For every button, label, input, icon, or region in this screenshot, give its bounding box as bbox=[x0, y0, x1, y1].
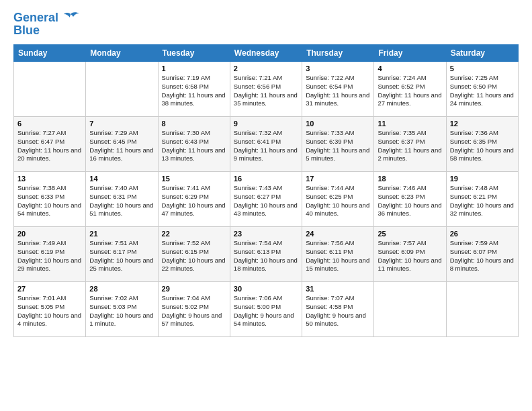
col-monday: Monday bbox=[86, 45, 158, 62]
col-thursday: Thursday bbox=[302, 45, 374, 62]
day-info: Sunrise: 7:46 AMSunset: 6:23 PMDaylight:… bbox=[378, 184, 442, 218]
calendar-week-row: 13Sunrise: 7:38 AMSunset: 6:33 PMDayligh… bbox=[14, 172, 519, 227]
calendar-cell: 19Sunrise: 7:48 AMSunset: 6:21 PMDayligh… bbox=[446, 172, 518, 227]
calendar-cell: 16Sunrise: 7:43 AMSunset: 6:27 PMDayligh… bbox=[230, 172, 302, 227]
day-number: 18 bbox=[378, 175, 442, 183]
calendar-header-row: Sunday Monday Tuesday Wednesday Thursday… bbox=[14, 45, 519, 62]
day-info: Sunrise: 7:44 AMSunset: 6:25 PMDaylight:… bbox=[306, 184, 370, 218]
calendar-week-row: 27Sunrise: 7:01 AMSunset: 5:05 PMDayligh… bbox=[14, 282, 519, 337]
day-info: Sunrise: 7:22 AMSunset: 6:54 PMDaylight:… bbox=[306, 74, 370, 108]
day-number: 13 bbox=[17, 175, 82, 183]
day-info: Sunrise: 7:35 AMSunset: 6:37 PMDaylight:… bbox=[378, 129, 442, 163]
day-number: 22 bbox=[162, 230, 226, 238]
day-number: 11 bbox=[378, 120, 442, 128]
calendar-cell: 28Sunrise: 7:02 AMSunset: 5:03 PMDayligh… bbox=[86, 282, 158, 337]
day-number: 28 bbox=[89, 285, 154, 293]
day-info: Sunrise: 7:27 AMSunset: 6:47 PMDaylight:… bbox=[17, 129, 82, 163]
day-number: 2 bbox=[234, 64, 298, 73]
day-info: Sunrise: 7:54 AMSunset: 6:13 PMDaylight:… bbox=[234, 239, 298, 273]
day-info: Sunrise: 7:52 AMSunset: 6:15 PMDaylight:… bbox=[162, 239, 226, 273]
calendar-cell: 22Sunrise: 7:52 AMSunset: 6:15 PMDayligh… bbox=[158, 227, 230, 282]
day-number: 21 bbox=[89, 230, 154, 238]
calendar-cell: 20Sunrise: 7:49 AMSunset: 6:19 PMDayligh… bbox=[14, 227, 86, 282]
day-info: Sunrise: 7:30 AMSunset: 6:43 PMDaylight:… bbox=[162, 129, 226, 163]
day-number: 29 bbox=[162, 285, 226, 293]
day-number: 7 bbox=[89, 120, 154, 128]
logo-text: General bbox=[13, 11, 58, 25]
calendar-cell: 9Sunrise: 7:32 AMSunset: 6:41 PMDaylight… bbox=[230, 117, 302, 172]
day-info: Sunrise: 7:21 AMSunset: 6:56 PMDaylight:… bbox=[234, 74, 298, 108]
day-info: Sunrise: 7:49 AMSunset: 6:19 PMDaylight:… bbox=[17, 239, 82, 273]
col-friday: Friday bbox=[374, 45, 446, 62]
logo-bird-icon bbox=[61, 11, 80, 25]
calendar-table: Sunday Monday Tuesday Wednesday Thursday… bbox=[13, 44, 519, 337]
day-info: Sunrise: 7:40 AMSunset: 6:31 PMDaylight:… bbox=[89, 184, 154, 218]
day-number: 27 bbox=[17, 285, 82, 293]
calendar-cell: 30Sunrise: 7:06 AMSunset: 5:00 PMDayligh… bbox=[230, 282, 302, 337]
day-number: 5 bbox=[450, 64, 515, 73]
calendar-cell: 15Sunrise: 7:41 AMSunset: 6:29 PMDayligh… bbox=[158, 172, 230, 227]
calendar-cell: 12Sunrise: 7:36 AMSunset: 6:35 PMDayligh… bbox=[446, 117, 518, 172]
calendar-cell: 23Sunrise: 7:54 AMSunset: 6:13 PMDayligh… bbox=[230, 227, 302, 282]
day-info: Sunrise: 7:32 AMSunset: 6:41 PMDaylight:… bbox=[234, 129, 298, 163]
day-info: Sunrise: 7:41 AMSunset: 6:29 PMDaylight:… bbox=[162, 184, 226, 218]
day-info: Sunrise: 7:38 AMSunset: 6:33 PMDaylight:… bbox=[17, 184, 82, 218]
col-sunday: Sunday bbox=[14, 45, 86, 62]
day-info: Sunrise: 7:29 AMSunset: 6:45 PMDaylight:… bbox=[89, 129, 154, 163]
calendar-cell: 3Sunrise: 7:22 AMSunset: 6:54 PMDaylight… bbox=[302, 62, 374, 117]
day-number: 17 bbox=[306, 175, 370, 183]
day-number: 19 bbox=[450, 175, 515, 183]
calendar-week-row: 20Sunrise: 7:49 AMSunset: 6:19 PMDayligh… bbox=[14, 227, 519, 282]
col-tuesday: Tuesday bbox=[158, 45, 230, 62]
calendar-cell: 24Sunrise: 7:56 AMSunset: 6:11 PMDayligh… bbox=[302, 227, 374, 282]
calendar-cell: 13Sunrise: 7:38 AMSunset: 6:33 PMDayligh… bbox=[14, 172, 86, 227]
calendar-cell: 6Sunrise: 7:27 AMSunset: 6:47 PMDaylight… bbox=[14, 117, 86, 172]
day-number: 8 bbox=[162, 120, 226, 128]
day-info: Sunrise: 7:56 AMSunset: 6:11 PMDaylight:… bbox=[306, 239, 370, 273]
calendar-cell bbox=[374, 282, 446, 337]
day-info: Sunrise: 7:04 AMSunset: 5:02 PMDaylight:… bbox=[162, 294, 226, 328]
calendar-cell: 21Sunrise: 7:51 AMSunset: 6:17 PMDayligh… bbox=[86, 227, 158, 282]
calendar-cell: 29Sunrise: 7:04 AMSunset: 5:02 PMDayligh… bbox=[158, 282, 230, 337]
day-info: Sunrise: 7:25 AMSunset: 6:50 PMDaylight:… bbox=[450, 74, 515, 108]
day-info: Sunrise: 7:57 AMSunset: 6:09 PMDaylight:… bbox=[378, 239, 442, 273]
day-info: Sunrise: 7:02 AMSunset: 5:03 PMDaylight:… bbox=[89, 294, 154, 328]
day-info: Sunrise: 7:07 AMSunset: 4:58 PMDaylight:… bbox=[306, 294, 370, 328]
calendar-cell: 7Sunrise: 7:29 AMSunset: 6:45 PMDaylight… bbox=[86, 117, 158, 172]
calendar-week-row: 1Sunrise: 7:19 AMSunset: 6:58 PMDaylight… bbox=[14, 62, 519, 117]
day-number: 26 bbox=[450, 230, 515, 238]
logo: General Blue bbox=[13, 11, 80, 38]
day-info: Sunrise: 7:24 AMSunset: 6:52 PMDaylight:… bbox=[378, 74, 442, 108]
day-number: 20 bbox=[17, 230, 82, 238]
calendar-cell: 11Sunrise: 7:35 AMSunset: 6:37 PMDayligh… bbox=[374, 117, 446, 172]
day-number: 30 bbox=[234, 285, 298, 293]
day-info: Sunrise: 7:43 AMSunset: 6:27 PMDaylight:… bbox=[234, 184, 298, 218]
day-number: 1 bbox=[162, 64, 226, 73]
day-number: 10 bbox=[306, 120, 370, 128]
day-info: Sunrise: 7:01 AMSunset: 5:05 PMDaylight:… bbox=[17, 294, 82, 328]
calendar-cell: 18Sunrise: 7:46 AMSunset: 6:23 PMDayligh… bbox=[374, 172, 446, 227]
day-number: 25 bbox=[378, 230, 442, 238]
day-info: Sunrise: 7:59 AMSunset: 6:07 PMDaylight:… bbox=[450, 239, 515, 273]
calendar-cell: 17Sunrise: 7:44 AMSunset: 6:25 PMDayligh… bbox=[302, 172, 374, 227]
day-info: Sunrise: 7:33 AMSunset: 6:39 PMDaylight:… bbox=[306, 129, 370, 163]
day-number: 15 bbox=[162, 175, 226, 183]
col-wednesday: Wednesday bbox=[230, 45, 302, 62]
day-number: 12 bbox=[450, 120, 515, 128]
day-number: 24 bbox=[306, 230, 370, 238]
day-info: Sunrise: 7:19 AMSunset: 6:58 PMDaylight:… bbox=[162, 74, 226, 108]
calendar-cell bbox=[446, 282, 518, 337]
calendar-week-row: 6Sunrise: 7:27 AMSunset: 6:47 PMDaylight… bbox=[14, 117, 519, 172]
day-number: 31 bbox=[306, 285, 370, 293]
calendar-cell: 26Sunrise: 7:59 AMSunset: 6:07 PMDayligh… bbox=[446, 227, 518, 282]
logo-blue-text: Blue bbox=[13, 24, 40, 38]
page-header: General Blue bbox=[13, 11, 519, 38]
day-number: 4 bbox=[378, 64, 442, 73]
day-number: 14 bbox=[89, 175, 154, 183]
day-number: 9 bbox=[234, 120, 298, 128]
calendar-cell: 14Sunrise: 7:40 AMSunset: 6:31 PMDayligh… bbox=[86, 172, 158, 227]
calendar-cell: 4Sunrise: 7:24 AMSunset: 6:52 PMDaylight… bbox=[374, 62, 446, 117]
day-number: 6 bbox=[17, 120, 82, 128]
day-number: 16 bbox=[234, 175, 298, 183]
calendar-cell: 5Sunrise: 7:25 AMSunset: 6:50 PMDaylight… bbox=[446, 62, 518, 117]
